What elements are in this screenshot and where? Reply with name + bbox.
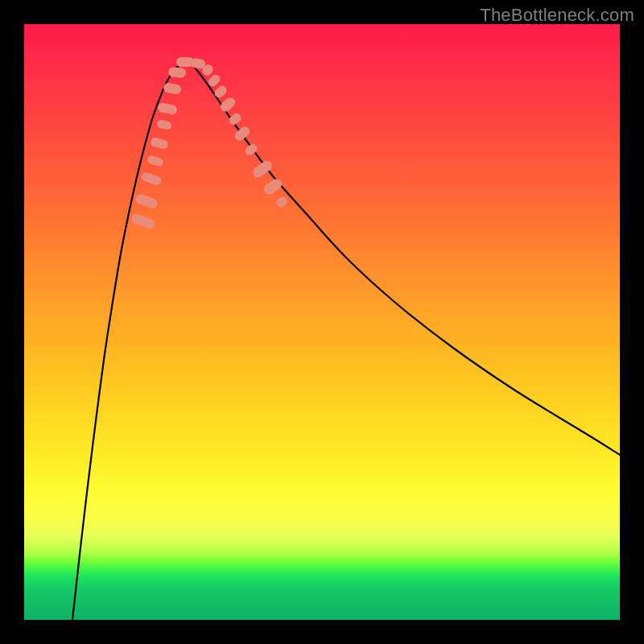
- left-branch-curve: [72, 61, 187, 620]
- data-point: [227, 112, 242, 127]
- data-point: [233, 125, 251, 142]
- data-point: [140, 171, 162, 186]
- data-point: [156, 119, 172, 130]
- curve-svg: [24, 24, 620, 620]
- data-point: [262, 177, 283, 196]
- data-point: [150, 137, 169, 151]
- data-point: [157, 102, 178, 116]
- plot-area: [24, 24, 620, 620]
- right-branch-curve: [187, 61, 620, 455]
- chart-stage: TheBottleneck.com: [0, 0, 644, 644]
- data-points-group: [130, 57, 289, 230]
- data-point: [275, 196, 289, 209]
- data-point: [130, 213, 156, 230]
- data-point: [213, 85, 228, 100]
- data-point: [147, 155, 164, 167]
- data-point: [134, 193, 159, 210]
- data-point: [163, 82, 182, 95]
- data-point: [218, 96, 237, 114]
- watermark-text: TheBottleneck.com: [480, 5, 634, 26]
